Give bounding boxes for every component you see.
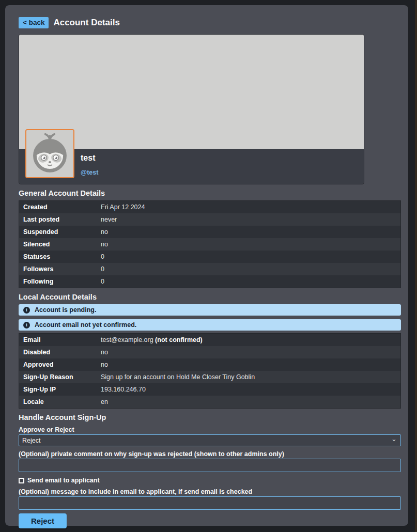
table-row: Statuses 0 xyxy=(19,251,400,263)
row-value: never xyxy=(97,213,121,226)
sloth-avatar-icon xyxy=(26,130,73,177)
private-comment-input[interactable] xyxy=(19,459,401,472)
table-row: Locale en xyxy=(19,396,400,408)
username-link[interactable]: @test xyxy=(81,169,98,176)
profile-names: test @test xyxy=(81,153,98,176)
row-value: no xyxy=(97,238,112,251)
table-row: Email test@example.org (not confirmed) xyxy=(19,334,400,346)
table-row: Sign-Up Reason Sign up for an account on… xyxy=(19,371,400,383)
email-message-input[interactable] xyxy=(19,496,401,510)
row-value: 0 xyxy=(97,263,109,275)
profile-card: test @test xyxy=(19,34,364,184)
local-details-table: Email test@example.org (not confirmed) D… xyxy=(19,333,401,409)
display-name: test xyxy=(81,153,98,163)
approve-reject-select[interactable]: Reject xyxy=(19,434,401,446)
table-row: Followers 0 xyxy=(19,263,400,275)
send-email-checkbox[interactable] xyxy=(19,478,24,483)
notice-email-unconfirmed: i Account email not yet confirmed. xyxy=(19,319,401,331)
row-label: Followers xyxy=(19,263,97,275)
email-not-confirmed-flag: (not confirmed) xyxy=(155,336,203,343)
table-row: Last posted never xyxy=(19,213,400,226)
local-section-heading: Local Account Details xyxy=(19,293,401,302)
row-value: test@example.org (not confirmed) xyxy=(97,334,207,346)
row-value: no xyxy=(97,346,112,358)
row-label: Sign-Up IP xyxy=(19,383,97,396)
notice-text: Account email not yet confirmed. xyxy=(35,321,136,328)
page-header: < back Account Details xyxy=(19,17,401,28)
row-value: Sign up for an account on Hold Me Closer… xyxy=(97,371,259,383)
table-row: Following 0 xyxy=(19,275,400,288)
window-edge xyxy=(415,0,417,532)
send-email-label: Send email to applicant xyxy=(27,477,100,484)
back-button[interactable]: < back xyxy=(19,17,49,28)
account-details-panel: < back Account Details xyxy=(5,5,408,526)
table-row: Sign-Up IP 193.160.246.70 xyxy=(19,383,400,396)
email-message-label: (Optional) message to include in email t… xyxy=(19,488,401,495)
info-icon: i xyxy=(23,307,30,314)
approve-reject-select-wrap: Reject ⌄ xyxy=(19,434,401,446)
notice-pending: i Account is pending. xyxy=(19,304,401,316)
reject-submit-button[interactable]: Reject xyxy=(19,513,67,528)
general-section-heading: General Account Details xyxy=(19,189,401,198)
notice-text: Account is pending. xyxy=(35,306,96,314)
row-value: en xyxy=(97,396,112,408)
table-row: Disabled no xyxy=(19,346,400,358)
row-value: 0 xyxy=(97,251,109,263)
row-label: Locale xyxy=(19,396,97,408)
row-label: Statuses xyxy=(19,251,97,263)
row-value: no xyxy=(97,358,112,371)
page-title: Account Details xyxy=(53,18,119,28)
row-label: Email xyxy=(19,334,97,346)
private-comment-label: (Optional) private comment on why sign-u… xyxy=(19,450,401,458)
table-row: Silenced no xyxy=(19,238,400,251)
table-row: Created Fri Apr 12 2024 xyxy=(19,201,400,213)
row-label: Sign-Up Reason xyxy=(19,371,97,383)
row-label: Suspended xyxy=(19,226,97,238)
signup-section-heading: Handle Account Sign-Up xyxy=(19,413,401,422)
table-row: Suspended no xyxy=(19,226,400,238)
avatar xyxy=(25,129,74,178)
info-icon: i xyxy=(23,322,30,328)
email-value: test@example.org xyxy=(101,336,155,343)
row-label: Following xyxy=(19,275,97,288)
row-value: 193.160.246.70 xyxy=(97,383,150,396)
general-details-table: Created Fri Apr 12 2024 Last posted neve… xyxy=(19,200,401,288)
row-label: Last posted xyxy=(19,213,97,226)
row-value: no xyxy=(97,226,112,238)
approve-reject-label: Approve or Reject xyxy=(19,426,401,433)
row-label: Approved xyxy=(19,358,97,371)
send-email-row: Send email to applicant xyxy=(19,477,401,484)
row-label: Silenced xyxy=(19,238,97,251)
row-value: Fri Apr 12 2024 xyxy=(97,201,149,213)
table-row: Approved no xyxy=(19,358,400,371)
row-label: Created xyxy=(19,201,97,213)
row-value: 0 xyxy=(97,275,109,288)
row-label: Disabled xyxy=(19,346,97,358)
